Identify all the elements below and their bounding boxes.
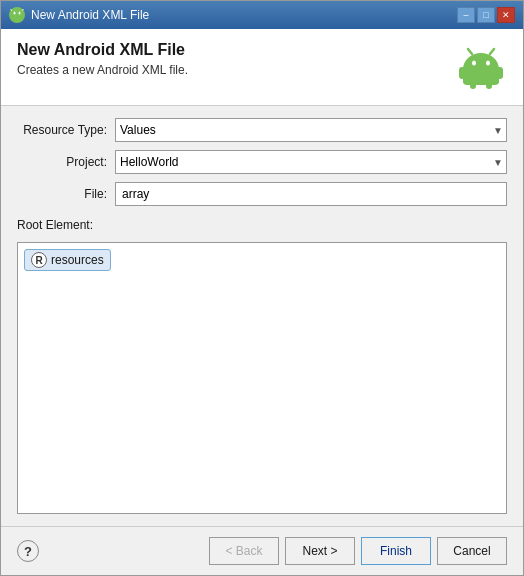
svg-rect-7 [463,77,499,85]
resource-type-wrapper: Values ▼ [115,118,507,142]
file-row: File: [17,182,507,206]
back-button[interactable]: < Back [209,537,279,565]
minimize-button[interactable]: – [457,7,475,23]
content-area: New Android XML File Creates a new Andro… [1,29,523,526]
root-element-badge: R [31,252,47,268]
next-button[interactable]: Next > [285,537,355,565]
cancel-button[interactable]: Cancel [437,537,507,565]
close-button[interactable]: ✕ [497,7,515,23]
svg-point-0 [11,10,23,20]
resource-type-select[interactable]: Values [115,118,507,142]
android-logo [455,41,507,93]
footer-left: ? [17,540,39,562]
svg-line-3 [11,9,13,11]
svg-point-2 [19,12,21,15]
title-bar: New Android XML File – □ ✕ [1,1,523,29]
help-button[interactable]: ? [17,540,39,562]
file-wrapper [115,182,507,206]
resource-type-label: Resource Type: [17,123,107,137]
svg-line-4 [22,9,24,11]
main-window: New Android XML File – □ ✕ New Android X… [0,0,524,576]
root-element-box: R resources [17,242,507,514]
svg-rect-15 [486,77,492,89]
svg-rect-14 [470,77,476,89]
footer-buttons: < Back Next > Finish Cancel [209,537,507,565]
svg-point-1 [14,12,16,15]
footer-section: ? < Back Next > Finish Cancel [1,526,523,575]
window-title: New Android XML File [31,8,149,22]
project-row: Project: HelloWorld ▼ [17,150,507,174]
dialog-subtitle: Creates a new Android XML file. [17,63,445,77]
file-label: File: [17,187,107,201]
finish-button[interactable]: Finish [361,537,431,565]
window-icon [9,7,25,23]
svg-point-8 [472,61,476,66]
project-label: Project: [17,155,107,169]
project-select[interactable]: HelloWorld [115,150,507,174]
form-section: Resource Type: Values ▼ Project: HelloWo… [1,106,523,526]
svg-line-10 [468,49,472,54]
project-wrapper: HelloWorld ▼ [115,150,507,174]
dialog-title: New Android XML File [17,41,445,59]
svg-point-9 [486,61,490,66]
title-bar-controls: – □ ✕ [457,7,515,23]
maximize-button[interactable]: □ [477,7,495,23]
svg-line-11 [490,49,494,54]
title-bar-left: New Android XML File [9,7,149,23]
root-element-item[interactable]: R resources [24,249,111,271]
svg-rect-16 [463,69,499,77]
root-element-text: resources [51,253,104,267]
resource-type-row: Resource Type: Values ▼ [17,118,507,142]
root-element-label: Root Element: [17,218,507,232]
header-section: New Android XML File Creates a new Andro… [1,29,523,106]
file-input[interactable] [115,182,507,206]
header-text: New Android XML File Creates a new Andro… [17,41,445,77]
